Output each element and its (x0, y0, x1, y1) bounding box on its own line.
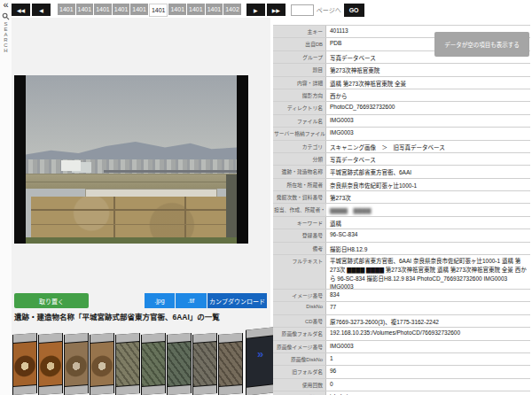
field-value: 96-SC-834 (326, 229, 530, 241)
field-value: 西から (326, 89, 530, 101)
photo-excavation-area (31, 197, 232, 238)
tif-download-button[interactable]: .tif (176, 293, 207, 308)
related-list-caption: 遺跡・建造物名称「平城宮跡式部省東方官衙、6AAI」の一覧 (14, 311, 268, 321)
field-value: 第273次 (326, 191, 530, 203)
field-label: 原画像イメージ番号 (273, 341, 326, 352)
table-row: 内容・詳細遺構 第273次神祇官東院 全景 (273, 77, 530, 89)
photo-mountains (26, 135, 237, 163)
field-label: 内容・詳細 (273, 77, 326, 89)
field-value: 第273次神祇官東院 (326, 64, 530, 75)
field-label: 遺跡・建造物名称 (273, 166, 326, 177)
thumbnail-slide[interactable] (64, 333, 89, 395)
thumbnail-slide[interactable] (12, 333, 37, 395)
field-label: グループ (273, 51, 326, 63)
page-button-current[interactable]: 1401 (149, 4, 168, 17)
field-label: 主キー (273, 26, 326, 37)
field-value: 1 (326, 353, 530, 365)
show-empty-fields-button[interactable]: データが空の項目も表示する (434, 32, 529, 57)
table-row: 備考撮影日H8.12.9 (273, 243, 530, 255)
page-number-input[interactable] (291, 4, 314, 16)
field-label: サーバー格納ファイル名 (273, 128, 326, 139)
page-button[interactable]: 1401 (130, 4, 148, 15)
slide-mount-bar (13, 333, 36, 343)
comp-download-button[interactable]: カンプダウンロード (207, 293, 267, 308)
page-button[interactable]: 1401 (168, 4, 186, 15)
slide-mount-bar (142, 385, 165, 395)
field-label: 旧フォルダ名 (273, 366, 326, 377)
thumbnail-slide[interactable] (115, 333, 140, 395)
pagination-pages: 1401140114011401140114011401140114011402 (58, 4, 242, 17)
search-icon (2, 12, 10, 20)
photo-elevated-road (104, 170, 237, 174)
go-button[interactable]: GO (344, 4, 364, 17)
field-label: 備考 (273, 243, 326, 254)
table-row: 登録者isladmin (273, 391, 530, 395)
slide-mount-bar (116, 333, 139, 343)
prev-page-button[interactable]: ◀ (32, 4, 51, 16)
field-label: 分類 (273, 153, 326, 165)
thumbnail-image (168, 342, 191, 386)
field-label: 撮影方向 (273, 89, 326, 101)
thumbnail-image (219, 342, 242, 386)
field-value: IMG0003 (326, 341, 530, 352)
thumbnail-slide[interactable] (246, 327, 275, 395)
field-label: フルテキスト (273, 255, 326, 289)
slide-mount-bar (116, 385, 139, 395)
filmstrip-next-icon[interactable]: » (257, 347, 263, 360)
table-row: 担当、作成、所蔵者・室▇▇▇▇ ▇▇▇▇ (273, 204, 530, 216)
slide-mount-bar (219, 385, 242, 395)
thumbnail-slide[interactable] (218, 333, 243, 395)
thumbnail-slide[interactable] (167, 333, 192, 395)
jpg-download-button[interactable]: .jpg (145, 293, 175, 308)
slide-mount-bar (65, 333, 88, 343)
field-value: IMG0003 (326, 115, 530, 127)
field-label: 原画像フォルダ名 (273, 328, 326, 339)
page-button[interactable]: 1401 (113, 4, 130, 15)
page-button[interactable]: 1401 (187, 4, 205, 15)
next-page-button[interactable]: ▶ (246, 4, 265, 16)
table-row: 撮影方向西から (273, 89, 530, 102)
table-row: 所在地・所蔵者奈良県奈良市佐紀町張ヶ辻1000-1 (273, 179, 530, 191)
slide-mount-bar (90, 385, 113, 395)
first-page-button[interactable]: ◀◀ (12, 4, 30, 16)
table-row: キーワード遺構 (273, 217, 530, 229)
page-button[interactable]: 1401 (58, 4, 75, 15)
table-row: 遺跡・建造物名称平城宮跡式部省東方官衙、6AAI (273, 166, 530, 178)
table-row: 使用回数0 (273, 379, 530, 391)
main-photo (26, 75, 237, 244)
field-value: 77 (326, 302, 530, 314)
page-button[interactable]: 1402 (223, 4, 241, 15)
slide-mount-bar (193, 385, 216, 395)
field-label: 登録者 (273, 391, 326, 395)
last-page-button[interactable]: ▶▶ (267, 4, 286, 16)
thumbnail-slide[interactable] (38, 333, 63, 395)
record-table: 主キー401113出自DBPDBグループ写真データベース題目第273次神祇官東院… (273, 25, 530, 395)
page-button[interactable]: 1401 (94, 4, 112, 15)
field-value: 96 (326, 366, 530, 377)
slide-mount-bar (168, 333, 191, 343)
thumbnail-slide[interactable] (90, 333, 114, 395)
field-label: DiskNo (273, 302, 326, 314)
field-value: IMG0003 (326, 128, 530, 139)
thumbnail-image (142, 342, 165, 386)
field-label: イメージ番号 (273, 290, 326, 301)
thumbnail-slide[interactable] (192, 333, 217, 395)
field-label: 発掘次数・資料番号 (273, 191, 326, 203)
table-row: 旧フォルダ名96 (273, 366, 530, 378)
slide-mount-bar (246, 384, 274, 395)
thumbnail-image (246, 336, 274, 386)
field-label: 登録番号 (273, 229, 326, 241)
page-button[interactable]: 1401 (76, 4, 94, 15)
thumbnail-slide[interactable] (141, 333, 166, 395)
thumbnail-image (193, 342, 216, 386)
photo-grass-edge (26, 237, 237, 244)
search-panel-toggle[interactable]: SEARCH (0, 12, 12, 53)
collapse-icon[interactable]: « (0, 0, 12, 10)
page-jump-label: ページへ (317, 5, 341, 14)
field-value: 原7669-3273-2600(3)、複1775-3162-2242 (326, 315, 530, 327)
photo-trench-line (113, 197, 115, 238)
photo-trench-line (31, 224, 232, 225)
hold-button[interactable]: 取り置く (14, 293, 89, 308)
page-button[interactable]: 1401 (206, 4, 223, 15)
thumbnail-image (116, 342, 139, 386)
